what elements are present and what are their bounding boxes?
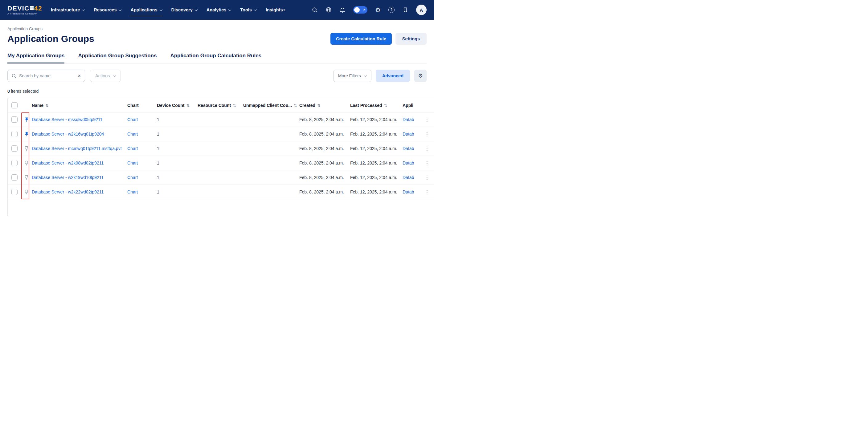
nav-item-infrastructure[interactable]: Infrastructure [51,0,85,20]
created-value: Feb. 8, 2025, 2:04 a.m. [299,189,350,194]
row-checkbox[interactable] [11,160,18,166]
page-title: Application Groups [7,34,94,44]
column-header-device-count[interactable]: Device Count [157,103,184,108]
chart-link[interactable]: Chart [127,175,138,180]
logo[interactable]: DEVIC 42 A Freshworks Company [7,5,42,15]
created-value: Feb. 8, 2025, 2:04 a.m. [299,160,350,165]
device-count-value: 1 [157,189,197,194]
create-calculation-rule-button[interactable]: Create Calculation Rule [331,33,392,45]
kebab-menu-icon[interactable]: ⋮ [425,175,430,181]
group-name-link[interactable]: Database Server - mcmwq01tp9211.msftqa.p… [32,146,122,151]
more-filters-dropdown[interactable]: More Filters [333,70,371,82]
chart-link[interactable]: Chart [127,146,138,151]
actions-dropdown[interactable]: Actions [90,70,121,82]
last-processed-value: Feb. 12, 2025, 2:04 a.m. [350,117,403,122]
last-processed-value: Feb. 12, 2025, 2:04 a.m. [350,189,403,194]
actions-label: Actions [95,73,110,78]
advanced-button[interactable]: Advanced [376,70,410,82]
application-link[interactable]: Datab [403,160,414,165]
tab-my-application-groups[interactable]: My Application Groups [7,53,64,63]
bookmark-icon[interactable] [402,7,408,13]
row-checkbox[interactable] [11,131,18,137]
row-checkbox[interactable] [11,189,18,195]
nav-item-discovery[interactable]: Discovery [172,0,197,20]
selection-text: items selected [11,89,38,94]
pin-icon[interactable] [24,175,29,180]
application-link[interactable]: Datab [403,131,414,136]
kebab-menu-icon[interactable]: ⋮ [425,160,430,166]
pin-icon[interactable] [24,160,29,166]
settings-button[interactable]: Settings [396,33,427,45]
column-header-unmapped-client-count[interactable]: Unmapped Client Cou... [243,103,292,108]
chart-link[interactable]: Chart [127,117,138,122]
nav-item-resources[interactable]: Resources [94,0,121,20]
search-icon [11,73,16,78]
group-name-link[interactable]: Database Server - w2k08wd02tp9211 [32,160,103,165]
application-link[interactable]: Datab [403,175,414,180]
group-name-link[interactable]: Database Server - w2k16wq01tp9204 [32,131,104,136]
chart-link[interactable]: Chart [127,189,138,194]
column-header-resource-count[interactable]: Resource Count [197,103,231,108]
application-link[interactable]: Datab [403,189,414,194]
nav-item-insights[interactable]: Insights+ [266,0,285,20]
search-input[interactable] [19,73,75,78]
nav-item-applications[interactable]: Applications [130,0,162,20]
breadcrumb[interactable]: Application Groups [7,27,427,31]
application-link[interactable]: Datab [403,117,414,122]
nav-item-label: Tools [240,7,252,12]
sort-icon[interactable]: ⇅ [186,103,189,108]
sort-icon[interactable]: ⇅ [45,103,49,108]
kebab-menu-icon[interactable]: ⋮ [425,146,430,152]
main-content: Application Groups Application Groups Cr… [0,27,434,216]
group-name-link[interactable]: Database Server - w2k19wd10tp9211 [32,175,103,180]
chevron-down-icon [113,74,116,77]
sort-icon[interactable]: ⇅ [317,103,320,108]
column-header-name[interactable]: Name [32,103,43,108]
column-header-last-processed[interactable]: Last Processed [350,103,382,108]
created-value: Feb. 8, 2025, 2:04 a.m. [299,131,350,136]
title-row: Application Groups Create Calculation Ru… [7,33,427,45]
nav-item-analytics[interactable]: Analytics [207,0,231,20]
sort-icon[interactable]: ⇅ [294,103,297,108]
table-settings-button[interactable]: ⚙ [414,70,427,82]
globe-icon[interactable] [326,7,332,13]
pin-icon[interactable] [24,117,29,122]
search-icon[interactable] [312,7,318,13]
column-header-created[interactable]: Created [299,103,315,108]
pin-icon[interactable] [24,146,29,151]
tab-application-group-suggestions[interactable]: Application Group Suggestions [78,53,157,63]
table-row: Database Server - w2k22wd02tp9211 Chart … [8,185,434,199]
kebab-menu-icon[interactable]: ⋮ [425,131,430,137]
group-name-link[interactable]: Database Server - mssqlwd05tp9211 [32,117,102,122]
help-icon[interactable]: ? [389,7,395,13]
chart-link[interactable]: Chart [127,131,138,136]
sort-icon[interactable]: ⇅ [384,103,387,108]
sort-icon[interactable]: ⇅ [233,103,236,108]
chevron-down-icon [159,8,162,11]
clear-search-icon[interactable]: ✕ [78,74,81,78]
bell-icon[interactable] [339,7,345,13]
logo-part1: DEVIC [7,5,30,11]
pin-icon[interactable] [24,189,29,195]
avatar[interactable]: A [416,5,427,15]
kebab-menu-icon[interactable]: ⋮ [425,189,430,195]
search-box: ✕ [7,70,85,82]
nav-item-tools[interactable]: Tools [240,0,256,20]
application-link[interactable]: Datab [403,146,414,151]
gear-icon[interactable]: ⚙ [375,7,381,13]
table-row: Database Server - mssqlwd05tp9211 Chart … [8,113,434,127]
row-checkbox[interactable] [11,117,18,123]
theme-toggle[interactable]: ☀ [353,6,367,13]
nav-item-label: Discovery [172,7,193,12]
kebab-menu-icon[interactable]: ⋮ [425,117,430,123]
nav-item-label: Insights+ [266,7,285,12]
tab-application-group-calculation-rules[interactable]: Application Group Calculation Rules [170,53,261,63]
sun-icon: ☀ [363,8,366,12]
row-checkbox[interactable] [11,146,18,152]
chart-link[interactable]: Chart [127,160,138,165]
row-checkbox[interactable] [11,175,18,181]
group-name-link[interactable]: Database Server - w2k22wd02tp9211 [32,189,103,194]
device-count-value: 1 [157,146,197,151]
pin-icon[interactable] [24,131,29,137]
select-all-checkbox[interactable] [11,102,18,108]
